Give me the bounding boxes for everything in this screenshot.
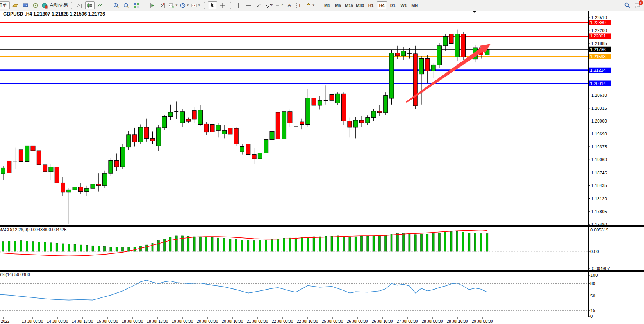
macd-histogram-bar [319,237,321,251]
line-chart-type-button[interactable] [95,1,105,9]
candle-body [180,112,185,123]
macd-histogram-bar [169,237,171,251]
price-tick-label: 1.22200 [591,28,607,33]
line-chart-icon [97,2,103,9]
add-indicator-button[interactable]: ▼ [168,1,178,9]
toolbar: 订单 自动交易 [0,0,644,11]
gold-bar-icon[interactable] [11,1,20,9]
notifications-button[interactable]: 1 [633,1,642,9]
macd-histogram-bar [331,236,333,251]
trendline-icon [256,2,262,9]
navigator-icon[interactable] [31,1,40,9]
candle-body [389,53,394,98]
chevron-down-icon: ▼ [198,4,201,7]
toolbar-drag-handle[interactable] [70,2,73,9]
timeframe-h1-button[interactable]: H1 [366,1,376,9]
candle-body [37,151,41,165]
vertical-line-tool-button[interactable] [234,1,243,9]
candle-body [360,120,364,123]
trading-platform-window: 订单 自动交易 [0,0,644,324]
macd-histogram-bar [396,234,398,251]
price-line-label-text: 1.22061 [590,34,606,38]
candlestick-chart-type-button[interactable] [85,1,95,9]
toolbar-drag-handle[interactable] [143,2,146,9]
time-axis: ul 202213 Jul 08:0014 Jul 00:0014 Jul 16… [0,317,493,324]
macd-histogram-bar [385,235,387,251]
candle-body [91,184,95,189]
candle-body [342,94,346,121]
macd-histogram-bar [187,236,189,251]
label-tool-button[interactable]: T [295,1,304,9]
period-selector-button[interactable]: ▼ [179,1,190,9]
candle-body [270,131,274,139]
trend-arrow-object[interactable] [406,44,491,103]
timeframe-w1-button[interactable]: W1 [399,1,409,9]
price-tick-label: 1.20315 [591,106,607,110]
toolbar-drag-handle[interactable] [106,2,110,9]
template-button[interactable]: ▼ [191,1,201,9]
candle-body [204,124,209,132]
cursor-tool-button[interactable] [208,1,217,9]
zoom-in-button[interactable] [111,1,121,9]
macd-histogram-bar [50,243,52,251]
trendline-tool-button[interactable] [254,1,264,9]
candle-body [49,167,53,172]
text-tool-button[interactable]: A [285,1,294,9]
macd-histogram-bar [175,236,177,251]
label-tool-label: T [296,3,302,8]
timeframe-m30-button[interactable]: M30 [355,1,365,9]
search-button[interactable] [623,1,632,9]
timeframe-m15-button[interactable]: M15 [344,1,354,9]
timeframe-mn-button[interactable]: MN [410,1,420,9]
horizontal-line-tool-button[interactable] [244,1,253,9]
macd-histogram-bar [253,241,255,251]
channel-sub-label: E [271,4,273,7]
toolbar-drag-handle[interactable] [317,2,321,9]
candle-body [252,155,256,159]
price-line-label-text: 1.21234 [590,68,606,73]
timeframe-m5-button[interactable]: M5 [333,1,343,9]
trend-arrow[interactable] [406,44,491,103]
toolbar-drag-handle[interactable] [229,2,232,9]
price-tick-label: 1.18120 [591,196,607,201]
crosshair-tool-button[interactable] [218,1,227,9]
macd-panel: 0.0053150.00-0.004307 [0,228,610,271]
bar-chart-icon [77,2,83,9]
macd-histogram-bar [426,234,428,251]
rsi-panel: 1008050150 [0,273,598,319]
chart-shift-button[interactable] [148,1,157,9]
price-tick-label: 1.20630 [591,93,607,98]
timeframe-h4-button[interactable]: H4 [377,1,387,9]
time-tick-label: 18 Jul 00:00 [122,319,143,324]
candle-body [461,34,466,57]
auto-scroll-button[interactable] [158,1,167,9]
fibonacci-tool-button[interactable]: F [275,1,284,9]
chart-shift-icon [149,2,155,9]
time-tick-label: 18 Jul 16:00 [147,319,168,324]
candle-body [222,130,227,134]
horizontal-line-objects[interactable] [0,23,588,84]
candle-body [371,111,376,118]
zoom-out-button[interactable] [121,1,131,9]
macd-histogram-bar [403,234,405,251]
channel-tool-button[interactable]: E [264,1,274,9]
toolbar-drag-handle[interactable] [203,2,206,9]
shapes-tool-button[interactable]: ▼ [305,1,316,9]
candle-body [103,173,107,186]
candle-body [306,98,310,125]
timeframe-d1-button[interactable]: D1 [388,1,398,9]
price-tick-label: 1.18435 [591,183,607,188]
candle-body [312,98,316,105]
macd-histogram-bar [289,238,291,251]
tile-windows-button[interactable] [132,1,141,9]
autotrading-button[interactable]: 自动交易 [41,1,68,9]
bar-chart-type-button[interactable] [75,1,84,9]
market-watch-icon[interactable] [21,1,30,9]
new-order-button[interactable]: 订单 [0,1,10,9]
chevron-down-icon: ▼ [175,4,178,7]
timeframe-m1-button[interactable]: M1 [322,1,332,9]
price-tick-label: 1.22510 [591,15,607,20]
candle-body [78,187,83,192]
chart-canvas[interactable]: 1.223891.220611.217361.215631.212341.209… [0,0,644,324]
macd-histogram-bar [468,233,470,251]
